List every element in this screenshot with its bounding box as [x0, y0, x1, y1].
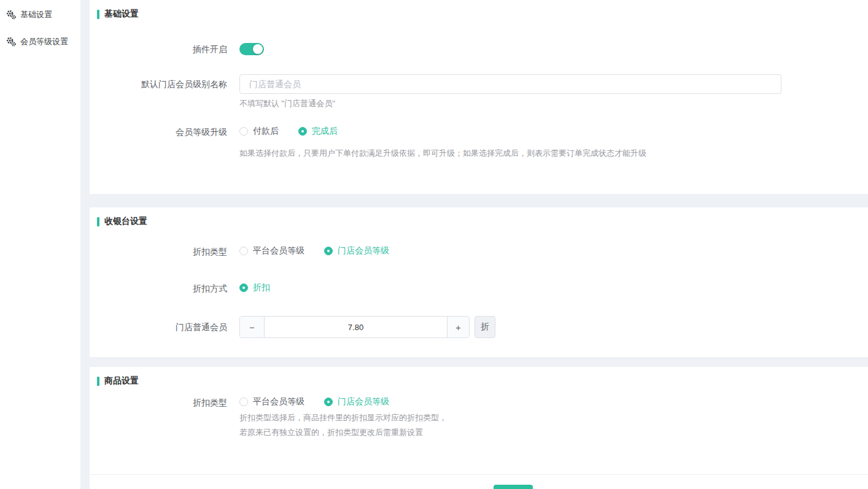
- default-level-name-label: 默认门店会员级别名称: [90, 74, 227, 94]
- discount-mode-label: 折扣方式: [90, 282, 227, 295]
- footer-bar: [90, 474, 868, 489]
- radio-icon: [239, 398, 248, 406]
- radio-icon: [324, 398, 333, 406]
- section-title-bar: [97, 217, 99, 226]
- settings-content: 基础设置 插件开启 默认门店会员级别名称 不填写默认 "门店普通会员" 会员等级…: [90, 0, 868, 489]
- section-title-goods: 商品设置: [97, 375, 139, 387]
- section-title-text: 收银台设置: [104, 216, 147, 227]
- stepper-decrease-button[interactable]: −: [240, 317, 265, 337]
- goods-discount-type-row: 折扣类型 平台会员等级 门店会员等级: [90, 396, 868, 409]
- discount-stepper: − +: [239, 316, 470, 338]
- goods-discount-help-line2: 若原来已有独立设置的，折扣类型更改后需重新设置: [239, 427, 423, 438]
- radio-label: 付款后: [253, 126, 279, 137]
- store-member-label: 门店普通会员: [90, 316, 227, 338]
- radio-discount[interactable]: 折扣: [239, 282, 270, 293]
- sidebar-item-basic-settings[interactable]: 基础设置: [0, 9, 80, 21]
- member-upgrade-label: 会员等级升级: [90, 126, 227, 138]
- radio-store-member-level[interactable]: 门店会员等级: [324, 245, 389, 256]
- radio-label: 平台会员等级: [253, 396, 304, 407]
- plugin-enable-label: 插件开启: [90, 43, 227, 55]
- radio-platform-member-level[interactable]: 平台会员等级: [239, 396, 304, 407]
- radio-label: 门店会员等级: [338, 245, 389, 256]
- goods-settings-card: 商品设置 折扣类型 平台会员等级 门店会员等级 折扣类型选择后，商品挂件里的折扣…: [90, 367, 868, 474]
- sidebar-item-label: 基础设置: [20, 9, 52, 20]
- plugin-enable-row: 插件开启: [90, 43, 868, 55]
- plugin-enable-toggle[interactable]: [239, 43, 264, 55]
- radio-icon: [239, 127, 248, 136]
- radio-store-member-level[interactable]: 门店会员等级: [324, 396, 389, 407]
- settings-sidebar: 基础设置 会员等级设置: [0, 0, 80, 489]
- cogs-icon: [6, 10, 16, 20]
- save-button[interactable]: [494, 485, 533, 489]
- basic-settings-card: 基础设置 插件开启 默认门店会员级别名称 不填写默认 "门店普通会员" 会员等级…: [90, 0, 868, 194]
- section-title-text: 基础设置: [104, 9, 139, 20]
- discount-type-label: 折扣类型: [90, 396, 227, 409]
- section-title-bar: [97, 377, 99, 386]
- member-upgrade-help: 如果选择付款后，只要用户下单付款满足升级依据，即可升级；如果选择完成后，则表示需…: [239, 148, 646, 159]
- discount-mode-row: 折扣方式 折扣: [90, 282, 868, 295]
- radio-label: 门店会员等级: [338, 396, 389, 407]
- radio-platform-member-level[interactable]: 平台会员等级: [239, 245, 304, 256]
- radio-label: 完成后: [312, 126, 338, 137]
- radio-icon: [239, 283, 248, 292]
- radio-icon: [324, 247, 333, 255]
- toggle-knob: [253, 44, 263, 54]
- cogs-icon: [6, 37, 16, 47]
- goods-discount-help-line1: 折扣类型选择后，商品挂件里的折扣显示对应的折扣类型，: [239, 412, 447, 423]
- section-title-cashier: 收银台设置: [97, 216, 147, 227]
- radio-after-payment[interactable]: 付款后: [239, 126, 279, 137]
- discount-unit-box: 折: [475, 316, 495, 338]
- stepper-increase-button[interactable]: +: [447, 317, 469, 337]
- discount-type-label: 折扣类型: [90, 245, 227, 258]
- radio-icon: [239, 247, 248, 255]
- radio-after-completion[interactable]: 完成后: [298, 126, 338, 137]
- radio-icon: [298, 127, 307, 136]
- radio-label: 平台会员等级: [253, 245, 304, 256]
- sidebar-item-member-level-settings[interactable]: 会员等级设置: [0, 36, 80, 48]
- store-member-discount-row: 门店普通会员 − + 折: [90, 316, 868, 338]
- cashier-settings-card: 收银台设置 折扣类型 平台会员等级 门店会员等级 折扣方式 折扣: [90, 207, 868, 357]
- sidebar-item-label: 会员等级设置: [20, 36, 68, 47]
- default-level-name-input[interactable]: [239, 74, 781, 94]
- section-title-bar: [97, 10, 99, 19]
- member-upgrade-row: 会员等级升级 付款后 完成后: [90, 126, 868, 138]
- default-level-name-hint: 不填写默认 "门店普通会员": [239, 98, 335, 109]
- section-title-basic: 基础设置: [97, 9, 139, 20]
- radio-label: 折扣: [253, 282, 270, 293]
- cashier-discount-type-row: 折扣类型 平台会员等级 门店会员等级: [90, 245, 868, 258]
- default-level-name-row: 默认门店会员级别名称: [90, 74, 868, 94]
- section-title-text: 商品设置: [104, 375, 139, 387]
- discount-value-input[interactable]: [265, 317, 447, 337]
